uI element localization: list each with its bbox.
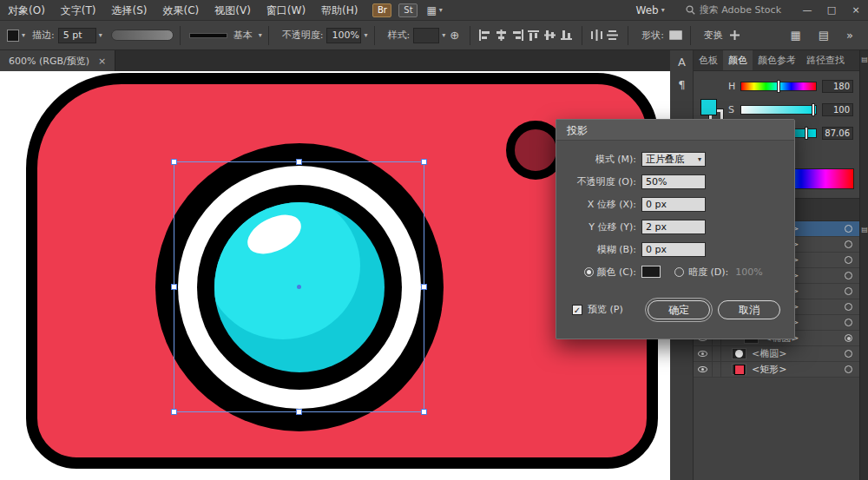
target-icon[interactable]	[845, 319, 852, 326]
saturation-slider-thumb[interactable]	[812, 103, 815, 116]
target-icon[interactable]	[845, 287, 852, 295]
target-icon[interactable]	[845, 365, 852, 373]
visibility-toggle[interactable]	[694, 346, 713, 361]
menu-effect[interactable]: 效果(C)	[155, 0, 207, 21]
more-options-icon[interactable]: »	[846, 29, 853, 42]
target-icon[interactable]	[845, 272, 852, 279]
workspace-switcher[interactable]: Web ▾	[629, 4, 672, 16]
panel-stack-icon[interactable]: ▤	[819, 29, 829, 42]
align-bottom-icon[interactable]	[561, 30, 574, 41]
align-center-horizontal-icon[interactable]	[495, 30, 508, 41]
preview-checkbox[interactable]: ✓	[572, 305, 582, 315]
brightness-value[interactable]: 87.06	[822, 127, 853, 140]
selection-bounding-box[interactable]	[174, 161, 424, 412]
target-icon[interactable]	[845, 303, 852, 311]
close-button[interactable]: ×	[844, 0, 868, 21]
selection-handle[interactable]	[171, 284, 177, 290]
selection-handle[interactable]	[171, 159, 177, 165]
ok-button[interactable]: 确定	[648, 300, 710, 319]
maximize-button[interactable]: □	[819, 0, 844, 21]
bridge-badge[interactable]: Br	[372, 3, 391, 17]
x-offset-input[interactable]: 0 px	[641, 197, 706, 212]
paragraph-panel-icon[interactable]: ¶	[670, 73, 694, 95]
character-panel-icon[interactable]: A	[670, 50, 694, 73]
caret-down-icon[interactable]: ▾	[442, 31, 445, 39]
tab-swatches[interactable]: 色板	[694, 50, 723, 70]
tab-color[interactable]: 颜色	[723, 50, 753, 70]
selection-handle[interactable]	[421, 409, 427, 415]
menu-type[interactable]: 文字(T)	[53, 0, 104, 21]
stock-badge[interactable]: St	[398, 3, 418, 17]
layers-row[interactable]: <矩形>	[694, 362, 859, 378]
caret-down-icon[interactable]: ▾	[364, 31, 367, 39]
document-setup-icon[interactable]: ⊕	[450, 29, 459, 42]
artboard-grid-icon[interactable]: ▦	[790, 29, 800, 42]
align-right-icon[interactable]	[511, 30, 524, 41]
cancel-button[interactable]: 取消	[718, 300, 780, 319]
caret-down-icon[interactable]: ▾	[22, 31, 25, 39]
saturation-value[interactable]: 100	[822, 103, 853, 116]
transform-icon[interactable]	[728, 30, 741, 41]
selection-handle[interactable]	[421, 284, 427, 290]
selection-handle[interactable]	[296, 409, 302, 415]
panel-menu-icon[interactable]: ▤	[860, 56, 868, 63]
fill-color-swatch[interactable]	[700, 99, 717, 115]
target-icon[interactable]	[845, 350, 852, 358]
selection-center-point[interactable]	[297, 285, 301, 289]
saturation-slider[interactable]	[740, 105, 817, 115]
shape-properties-icon[interactable]	[669, 30, 682, 41]
shadow-opacity-input[interactable]: 50%	[641, 174, 706, 189]
menu-select[interactable]: 选择(S)	[104, 0, 155, 21]
selection-handle[interactable]	[421, 159, 427, 165]
menu-help[interactable]: 帮助(H)	[313, 0, 365, 21]
y-offset-input[interactable]: 2 px	[641, 220, 706, 234]
drop-shadow-dialog[interactable]: 投影 模式 (M): 正片叠底 ▾ 不透明度 (O): 50% X 位移 (X)…	[556, 119, 795, 339]
panel-menu-icon[interactable]: ▤	[860, 226, 868, 233]
minimize-button[interactable]: —	[795, 0, 819, 21]
adobe-stock-search[interactable]: 搜索 Adobe Stock	[686, 3, 781, 16]
layers-row[interactable]: <椭圆>	[694, 346, 859, 362]
selection-handle[interactable]	[296, 159, 302, 165]
hue-slider[interactable]	[740, 82, 817, 91]
fill-proxy-swatch[interactable]	[7, 30, 19, 42]
brush-definition[interactable]: 基本	[233, 29, 253, 42]
menu-object[interactable]: 对象(O)	[0, 0, 53, 21]
selection-handle[interactable]	[171, 409, 177, 415]
color-radio[interactable]	[584, 267, 594, 277]
hue-slider-thumb[interactable]	[777, 80, 780, 93]
align-middle-vertical-icon[interactable]	[544, 30, 557, 41]
blend-mode-select[interactable]: 正片叠底 ▾	[641, 152, 706, 167]
tab-close-icon[interactable]: ×	[98, 56, 106, 67]
tab-color-guide[interactable]: 颜色参考	[753, 50, 801, 70]
visibility-toggle[interactable]	[694, 362, 713, 377]
caret-down-icon[interactable]: ▾	[259, 31, 262, 39]
layer-label[interactable]: <矩形>	[752, 363, 786, 376]
menu-window[interactable]: 窗口(W)	[259, 0, 313, 21]
document-tab[interactable]: 600% (RGB/预览) ×	[0, 50, 115, 71]
align-top-icon[interactable]	[528, 30, 541, 41]
arrange-documents-icon[interactable]: ▦	[426, 4, 436, 16]
tab-pathfinder[interactable]: 路径查找	[801, 50, 850, 70]
darkness-radio[interactable]	[674, 267, 684, 277]
target-icon[interactable]	[845, 225, 852, 233]
menu-view[interactable]: 视图(V)	[207, 0, 259, 21]
brightness-slider-thumb[interactable]	[805, 127, 808, 140]
variable-width-profile[interactable]	[111, 30, 174, 41]
hue-value[interactable]: 180	[822, 80, 853, 93]
stroke-width-input[interactable]: 5 pt	[58, 28, 96, 43]
distribute-vertical-icon[interactable]	[607, 30, 620, 41]
shadow-color-swatch[interactable]	[641, 266, 661, 278]
target-icon[interactable]	[845, 256, 852, 264]
transform-label[interactable]: 变换	[704, 29, 723, 42]
layer-label[interactable]: <椭圆>	[752, 347, 786, 360]
align-left-icon[interactable]	[478, 30, 491, 41]
style-dropdown[interactable]	[413, 28, 439, 43]
lock-column[interactable]	[713, 346, 721, 361]
target-icon[interactable]	[845, 240, 852, 248]
caret-down-icon[interactable]: ▾	[99, 31, 102, 39]
distribute-horizontal-icon[interactable]	[590, 30, 603, 41]
lock-column[interactable]	[713, 362, 721, 377]
opacity-input[interactable]: 100%	[326, 28, 361, 43]
target-icon-applied[interactable]	[845, 334, 852, 342]
blur-input[interactable]: 0 px	[641, 242, 706, 257]
